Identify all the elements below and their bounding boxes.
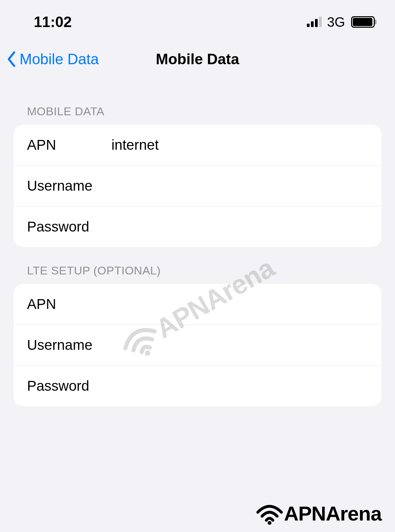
section-header-mobile-data: MOBILE DATA xyxy=(0,88,395,125)
navigation-bar: Mobile Data Mobile Data xyxy=(0,41,395,88)
password-label: Password xyxy=(27,219,111,235)
status-indicators: 3G xyxy=(307,15,375,30)
status-time: 11:02 xyxy=(34,14,72,30)
row-lte-password[interactable]: Password xyxy=(14,366,381,406)
apn-input[interactable] xyxy=(111,137,368,153)
row-mobile-data-apn[interactable]: APN xyxy=(14,125,381,166)
section-header-lte-setup: LTE SETUP (OPTIONAL) xyxy=(0,247,395,284)
cellular-signal-icon xyxy=(307,17,322,27)
row-lte-username[interactable]: Username xyxy=(14,325,381,366)
row-lte-apn[interactable]: APN xyxy=(14,284,381,325)
battery-icon xyxy=(351,16,375,28)
lte-password-label: Password xyxy=(27,378,111,394)
watermark-bottom: APNArena xyxy=(255,502,381,525)
network-type: 3G xyxy=(327,15,345,30)
password-input[interactable] xyxy=(111,219,368,235)
row-mobile-data-password[interactable]: Password xyxy=(14,207,381,247)
lte-password-input[interactable] xyxy=(111,378,368,394)
wifi-icon xyxy=(255,502,284,525)
lte-apn-label: APN xyxy=(27,296,111,312)
status-bar: 11:02 3G xyxy=(0,0,395,41)
back-label: Mobile Data xyxy=(20,51,99,68)
back-button[interactable]: Mobile Data xyxy=(7,51,99,68)
lte-apn-input[interactable] xyxy=(111,296,368,312)
lte-username-input[interactable] xyxy=(111,337,368,353)
watermark-text: APNArena xyxy=(284,502,381,525)
section-group-mobile-data: APN Username Password xyxy=(14,125,381,247)
svg-point-1 xyxy=(268,521,271,525)
username-label: Username xyxy=(27,178,111,194)
section-group-lte-setup: APN Username Password xyxy=(14,284,381,406)
lte-username-label: Username xyxy=(27,337,111,353)
page-title: Mobile Data xyxy=(156,51,239,68)
username-input[interactable] xyxy=(111,178,368,194)
apn-label: APN xyxy=(27,137,111,153)
chevron-left-icon xyxy=(7,51,17,67)
row-mobile-data-username[interactable]: Username xyxy=(14,166,381,207)
